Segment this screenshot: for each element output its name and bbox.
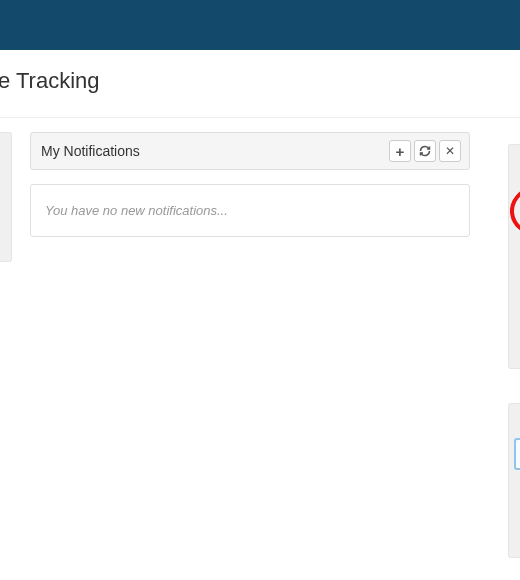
left-panel-edge <box>0 132 12 262</box>
right-panel-1-edge <box>508 144 520 369</box>
add-button[interactable]: + <box>389 140 411 162</box>
top-nav-bar <box>0 0 520 50</box>
refresh-button[interactable] <box>414 140 436 162</box>
notifications-panel: My Notifications + ✕ Y <box>30 132 470 262</box>
content-area: My Notifications + ✕ Y <box>0 118 520 262</box>
right-panel-2-edge <box>508 403 520 558</box>
refresh-icon <box>419 145 431 157</box>
page-title: orage Tracking <box>0 50 520 112</box>
notifications-empty-text: You have no new notifications... <box>45 203 228 218</box>
notifications-header: My Notifications + ✕ <box>30 132 470 170</box>
notifications-body: You have no new notifications... <box>30 184 470 237</box>
notifications-actions: + ✕ <box>389 140 461 162</box>
right-panel-highlight-edge <box>514 438 520 470</box>
plus-icon: + <box>396 144 405 159</box>
close-icon: ✕ <box>445 145 455 157</box>
right-panels-edge <box>508 144 520 558</box>
notifications-title: My Notifications <box>41 143 140 159</box>
close-button[interactable]: ✕ <box>439 140 461 162</box>
